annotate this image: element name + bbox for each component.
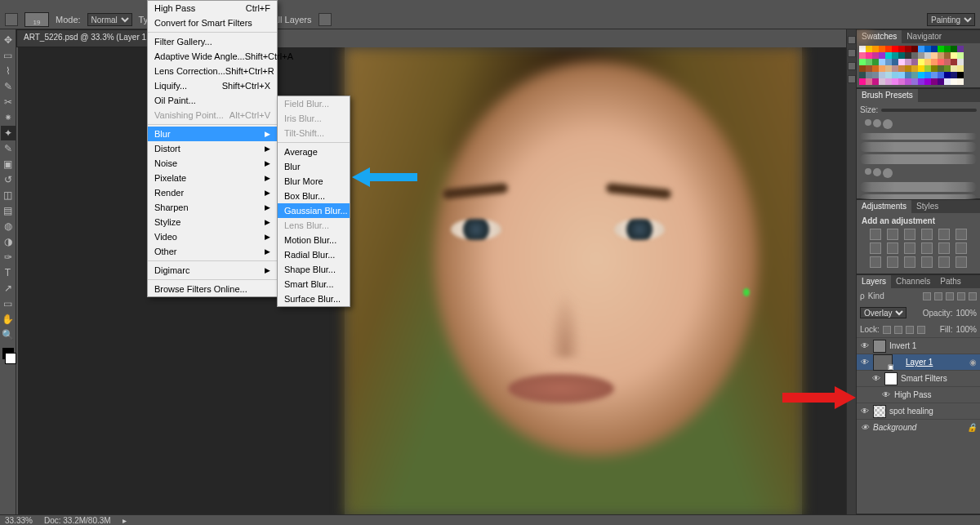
menu-item-shape-blur-[interactable]: Shape Blur...: [278, 262, 350, 277]
lock-pixels-icon[interactable]: [894, 326, 902, 334]
mini-panel-icon[interactable]: [848, 36, 856, 44]
brush-size-slider[interactable]: [881, 109, 977, 112]
swatch[interactable]: [872, 59, 879, 65]
swatch[interactable]: [905, 72, 911, 78]
swatch[interactable]: [879, 59, 885, 65]
swatch[interactable]: [866, 65, 872, 72]
colorlookup-icon[interactable]: [921, 242, 933, 254]
levels-icon[interactable]: [887, 229, 898, 240]
eye-icon[interactable]: 👁: [860, 423, 870, 433]
quickselect-tool[interactable]: ✎: [1, 79, 16, 94]
swatch[interactable]: [924, 59, 931, 65]
menu-item-motion-blur-[interactable]: Motion Blur...: [278, 233, 350, 247]
swatch[interactable]: [885, 46, 892, 52]
canvas-area[interactable]: [18, 47, 856, 514]
swatch[interactable]: [944, 59, 951, 65]
swatch[interactable]: [879, 78, 885, 85]
brush-preset-item[interactable]: [860, 182, 977, 192]
type-tool[interactable]: T: [1, 265, 16, 280]
swatch[interactable]: [892, 52, 898, 59]
dodge-tool[interactable]: ◑: [1, 234, 16, 249]
tool-preset-icon[interactable]: [5, 13, 18, 26]
swatch[interactable]: [905, 52, 911, 59]
swatch[interactable]: [957, 52, 964, 59]
photofilter-icon[interactable]: [887, 242, 898, 254]
lock-all-icon[interactable]: [917, 326, 925, 334]
swatch[interactable]: [911, 78, 918, 85]
filter-pixel-icon[interactable]: [923, 292, 931, 300]
swatch[interactable]: [885, 52, 892, 59]
menu-item-digimarc[interactable]: Digimarc▶: [148, 263, 277, 278]
menu-item-video[interactable]: Video▶: [148, 229, 277, 244]
hue-icon[interactable]: [956, 229, 967, 240]
filter-smart-icon[interactable]: [969, 292, 977, 300]
rect-tool[interactable]: ▭: [1, 296, 16, 311]
tab-adjustments[interactable]: Adjustments: [857, 200, 911, 213]
swatch[interactable]: [918, 59, 924, 65]
swatch[interactable]: [951, 65, 957, 72]
swatch[interactable]: [957, 46, 964, 52]
brush-preview[interactable]: 19: [24, 12, 49, 27]
background-color[interactable]: [5, 353, 16, 364]
swatch[interactable]: [879, 65, 885, 72]
swatch[interactable]: [938, 46, 944, 52]
swatch[interactable]: [918, 52, 924, 59]
selcolor-icon[interactable]: [904, 256, 915, 268]
swatch[interactable]: [944, 78, 951, 85]
lasso-tool[interactable]: ⌇: [1, 64, 16, 78]
menu-item-lens-correction-[interactable]: Lens Correction...Shift+Ctrl+R: [148, 64, 277, 78]
swatch[interactable]: [892, 46, 898, 52]
swatch[interactable]: [938, 78, 944, 85]
workspace-select[interactable]: Painting: [927, 13, 975, 26]
curves-icon[interactable]: [904, 229, 915, 240]
brush-preset-item[interactable]: [860, 133, 977, 140]
swatch[interactable]: [898, 78, 905, 85]
menu-item-convert-for-smart-filters[interactable]: Convert for Smart Filters: [148, 16, 277, 30]
swatch[interactable]: [931, 52, 938, 59]
swatch[interactable]: [951, 46, 957, 52]
swatch[interactable]: [892, 72, 898, 78]
swatch[interactable]: [918, 46, 924, 52]
menu-item-radial-blur-[interactable]: Radial Blur...: [278, 247, 350, 262]
extra-icon[interactable]: [956, 256, 967, 268]
layer-row[interactable]: 👁spot healing: [857, 403, 980, 419]
menu-item-smart-blur-[interactable]: Smart Blur...: [278, 277, 350, 291]
stamp-tool[interactable]: ▣: [1, 157, 16, 171]
swatch[interactable]: [859, 78, 866, 85]
swatch[interactable]: [898, 46, 905, 52]
menu-item-sharpen[interactable]: Sharpen▶: [148, 200, 277, 215]
swatch[interactable]: [859, 72, 866, 78]
brush-tool[interactable]: ✎: [1, 141, 16, 156]
swatch[interactable]: [938, 65, 944, 72]
tab-brush-presets[interactable]: Brush Presets: [857, 89, 918, 102]
swatch[interactable]: [944, 46, 951, 52]
mini-panel-icon[interactable]: [848, 49, 856, 57]
layer-row[interactable]: 👁Background🔒: [857, 419, 980, 435]
eye-icon[interactable]: 👁: [860, 341, 870, 351]
swatch[interactable]: [866, 72, 872, 78]
swatch[interactable]: [951, 78, 957, 85]
swatch[interactable]: [898, 52, 905, 59]
zoom-tool[interactable]: 🔍: [1, 327, 16, 342]
swatch[interactable]: [944, 52, 951, 59]
menu-item-filter-gallery-[interactable]: Filter Gallery...: [148, 34, 277, 49]
brush-preset-item[interactable]: [860, 154, 977, 164]
swatch[interactable]: [924, 72, 931, 78]
swatch[interactable]: [957, 59, 964, 65]
crop-tool[interactable]: ✂: [1, 95, 16, 109]
swatch[interactable]: [859, 65, 866, 72]
swatch[interactable]: [924, 65, 931, 72]
swatch[interactable]: [905, 65, 911, 72]
menu-item-oil-paint-[interactable]: Oil Paint...: [148, 93, 277, 108]
menu-item-other[interactable]: Other▶: [148, 244, 277, 259]
exposure-icon[interactable]: [921, 229, 933, 240]
chanmixer-icon[interactable]: [904, 242, 915, 254]
invert-icon[interactable]: [938, 242, 950, 254]
menu-item-liquify-[interactable]: Liquify...Shift+Ctrl+X: [148, 78, 277, 93]
history-brush-tool[interactable]: ↺: [1, 172, 16, 187]
swatch[interactable]: [944, 65, 951, 72]
swatch[interactable]: [898, 65, 905, 72]
blend-mode-select[interactable]: Overlay: [860, 307, 906, 318]
gradmap-icon[interactable]: [887, 256, 898, 268]
marquee-tool[interactable]: ▭: [1, 48, 16, 63]
